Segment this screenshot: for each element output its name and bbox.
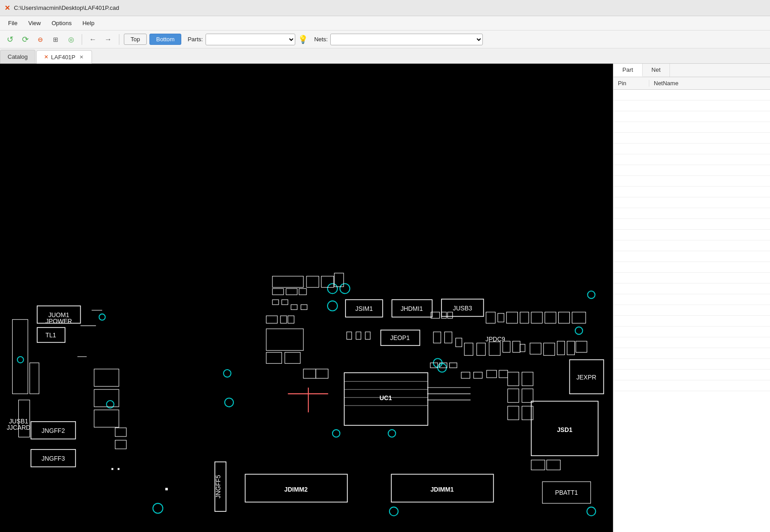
svg-rect-66 xyxy=(266,316,277,323)
svg-rect-55 xyxy=(567,341,575,355)
tab-bar: Catalog ✕ LAF401P ✕ xyxy=(0,48,770,64)
svg-point-13 xyxy=(153,503,163,513)
tab-close-icon[interactable]: ✕ xyxy=(78,54,84,60)
grid-button[interactable]: ⊞ xyxy=(49,33,62,46)
svg-text:JEXPR: JEXPR xyxy=(576,374,596,381)
table-row xyxy=(613,144,770,154)
tab-catalog[interactable]: Catalog xyxy=(0,50,35,63)
table-row xyxy=(613,133,770,144)
table-row xyxy=(613,359,770,370)
svg-text:JSIM1: JSIM1 xyxy=(355,305,373,312)
svg-rect-92 xyxy=(531,460,545,470)
table-row xyxy=(613,305,770,316)
svg-rect-132 xyxy=(115,440,127,449)
board-svg: JUOM1 JPOWER TL1 JUSB1 JJCARD JNGFF2 JNG… xyxy=(0,64,613,532)
svg-rect-70 xyxy=(266,352,281,363)
target-button[interactable]: ◎ xyxy=(65,33,77,46)
svg-text:JNGFF3: JNGFF3 xyxy=(42,455,65,462)
table-row xyxy=(613,230,770,240)
svg-text:JUSB3: JUSB3 xyxy=(453,305,472,312)
svg-rect-51 xyxy=(520,344,525,352)
menu-options[interactable]: Options xyxy=(47,18,76,28)
table-row xyxy=(613,337,770,348)
svg-rect-115 xyxy=(487,370,497,378)
svg-rect-106 xyxy=(272,276,303,288)
svg-rect-123 xyxy=(520,312,529,323)
svg-rect-118 xyxy=(442,312,446,318)
svg-text:JSD1: JSD1 xyxy=(557,427,573,433)
svg-rect-62 xyxy=(272,300,279,305)
svg-point-6 xyxy=(225,398,233,407)
svg-rect-135 xyxy=(165,488,168,491)
nets-select[interactable] xyxy=(330,34,483,45)
svg-point-2 xyxy=(328,301,337,311)
view-top-button[interactable]: Top xyxy=(124,34,147,45)
table-row xyxy=(613,176,770,187)
svg-text:JUOM1: JUOM1 xyxy=(48,312,70,318)
table-row xyxy=(613,90,770,100)
svg-rect-93 xyxy=(547,460,560,470)
svg-rect-54 xyxy=(557,341,565,355)
sync-button[interactable]: ⟳ xyxy=(19,33,31,46)
svg-rect-107 xyxy=(306,276,319,288)
svg-text:JPDC9: JPDC9 xyxy=(486,336,505,343)
panel-tab-net[interactable]: Net xyxy=(643,64,670,77)
table-row xyxy=(613,154,770,165)
refresh-button[interactable]: ↺ xyxy=(4,33,16,46)
table-row xyxy=(613,197,770,208)
svg-point-10 xyxy=(388,430,396,437)
svg-rect-73 xyxy=(316,369,328,379)
svg-rect-124 xyxy=(531,312,542,323)
svg-rect-46 xyxy=(464,343,473,356)
svg-rect-108 xyxy=(321,276,334,288)
svg-rect-120 xyxy=(486,312,495,323)
menu-view[interactable]: View xyxy=(24,18,45,28)
table-row xyxy=(613,187,770,197)
svg-rect-87 xyxy=(522,389,533,402)
svg-point-3 xyxy=(99,314,105,320)
svg-rect-86 xyxy=(508,389,519,402)
table-row xyxy=(613,273,770,283)
panel-tabs: Part Net xyxy=(613,64,770,77)
table-row xyxy=(613,122,770,133)
nav-forward-button[interactable]: → xyxy=(102,33,114,46)
svg-rect-112 xyxy=(450,363,457,368)
table-row xyxy=(613,380,770,391)
svg-point-4 xyxy=(18,357,24,363)
main-content: JUOM1 JPOWER TL1 JUSB1 JJCARD JNGFF2 JNG… xyxy=(0,64,770,532)
parts-select[interactable] xyxy=(206,34,295,45)
table-row xyxy=(613,208,770,219)
svg-rect-127 xyxy=(572,312,586,323)
view-bottom-button[interactable]: Bottom xyxy=(149,34,181,45)
panel-tab-part[interactable]: Part xyxy=(613,64,643,77)
tab-file[interactable]: ✕ LAF401P ✕ xyxy=(36,50,92,64)
table-row xyxy=(613,100,770,111)
bulb-icon[interactable]: 💡 xyxy=(298,35,308,44)
svg-rect-45 xyxy=(456,338,462,347)
svg-rect-65 xyxy=(301,305,307,310)
svg-rect-130 xyxy=(94,410,119,427)
svg-text:PBATT1: PBATT1 xyxy=(555,489,578,496)
nav-back-button[interactable]: ← xyxy=(87,33,99,46)
zoom-minus-button[interactable]: ⊖ xyxy=(34,33,47,46)
svg-point-12 xyxy=(223,370,231,377)
svg-text:JNGFF5: JNGFF5 xyxy=(215,475,222,498)
svg-rect-41 xyxy=(356,332,361,340)
svg-point-16 xyxy=(587,507,595,515)
table-row xyxy=(613,316,770,327)
menu-file[interactable]: File xyxy=(4,18,22,28)
panel-table-header: Pin NetName xyxy=(613,77,770,90)
svg-rect-134 xyxy=(118,468,119,470)
svg-rect-50 xyxy=(512,341,520,353)
svg-text:JDIMM1: JDIMM1 xyxy=(430,486,454,493)
svg-point-1 xyxy=(340,283,350,293)
table-row xyxy=(613,111,770,122)
menu-bar: File View Options Help xyxy=(0,16,770,31)
panel-rows xyxy=(613,90,770,391)
svg-rect-63 xyxy=(282,300,288,305)
svg-rect-56 xyxy=(576,341,587,353)
svg-rect-114 xyxy=(474,372,482,379)
svg-rect-84 xyxy=(508,372,519,386)
board-canvas[interactable]: JUOM1 JPOWER TL1 JUSB1 JJCARD JNGFF2 JNG… xyxy=(0,64,613,532)
menu-help[interactable]: Help xyxy=(78,18,99,28)
